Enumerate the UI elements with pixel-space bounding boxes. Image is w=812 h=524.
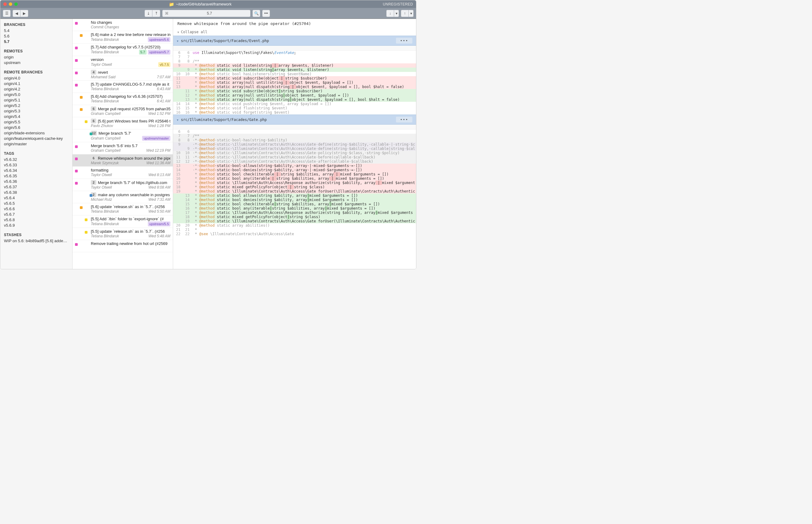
diff-line[interactable]: 17 * @method static \Illuminate\Auth\Acc… [173, 181, 416, 185]
diff-line[interactable]: 13 * @method static bool allows(string $… [173, 194, 416, 198]
sidebar-item[interactable]: v5.6.35 [0, 173, 72, 179]
sidebar-item[interactable]: v5.6.7 [0, 211, 72, 217]
diff-line[interactable]: 14·*·@method·static·bool·denies(string·$… [173, 168, 416, 172]
sidebar-item[interactable]: v5.6.37 [0, 184, 72, 190]
diff-line[interactable]: 88/** [173, 59, 416, 63]
diff-pane[interactable]: Remove whitespace from around the pipe o… [173, 19, 416, 269]
commit-row[interactable]: [5.6] Add changelog for v5.6.36 (#25707)… [73, 93, 173, 105]
diff-line[interactable]: 15 * @method static bool check(iterable … [173, 172, 416, 176]
diff-line[interactable]: 1414 * @method static void push(string $… [173, 102, 416, 106]
commit-list[interactable]: No changes Commit Changes [5.6] make a 2… [73, 19, 173, 269]
diff-line[interactable]: 77 [173, 55, 416, 59]
sidebar-item[interactable]: origin/5.0 [0, 92, 72, 97]
diff-line[interactable]: 9 * @method static void listen(string|ar… [173, 68, 416, 72]
commit-row[interactable]: version Taylor Otwellv5.7.5 [73, 56, 173, 68]
diff-line[interactable]: 9·*·@method·static·\Illuminate\Contracts… [173, 147, 416, 151]
sidebar-item[interactable]: v5.6.34 [0, 167, 72, 173]
sidebar-item[interactable]: origin/4.0 [0, 75, 72, 81]
ref-tag[interactable]: upstream/5.7 [148, 50, 170, 54]
diff-line[interactable]: 19 * @method static \Illuminate\Contract… [173, 219, 416, 223]
diff-line[interactable]: 12 * @method static array|null until(str… [173, 93, 416, 98]
search-button[interactable]: 🔍 [252, 10, 260, 17]
sidebar-item[interactable]: origin [0, 54, 72, 60]
collapse-all-button[interactable]: Collapse all [173, 28, 416, 36]
diff-line[interactable]: 2020 * @method static array abilities() [173, 223, 416, 228]
forward-button[interactable]: ▶ [20, 10, 28, 17]
sidebar-item[interactable]: origin/5.3 [0, 108, 72, 114]
minimize-window-button[interactable] [9, 2, 12, 6]
diff-file-menu-button[interactable]: ••• [396, 38, 412, 44]
diff-line[interactable]: 12 * @method static array|null until(str… [173, 80, 416, 85]
diff-line[interactable]: 9·*·@method·static·\Illuminate\Contracts… [173, 142, 416, 147]
sidebar-item[interactable]: origin/5.2 [0, 103, 72, 108]
sidebar-item[interactable]: v5.6.8 [0, 217, 72, 223]
diff-line[interactable]: 66use Illuminate\Support\Testing\Fakes\E… [173, 51, 416, 55]
more-menu-button[interactable]: ••• [262, 10, 270, 17]
diff-line[interactable]: 66 [173, 130, 416, 134]
diff-line[interactable]: 16 * @method static bool any(iterable|st… [173, 206, 416, 211]
sidebar[interactable]: BRANCHES5.45.65.7REMOTESoriginupstreamRE… [0, 19, 73, 269]
sidebar-item[interactable]: v5.6.36 [0, 179, 72, 184]
ref-tag[interactable]: v5.7.5 [158, 62, 170, 67]
sidebar-item[interactable]: v5.6.4 [0, 195, 72, 200]
diff-line[interactable]: 1010 * @method static bool hasListeners(… [173, 72, 416, 76]
diff-line[interactable]: 1111·*·@method·static·\Illuminate\Contra… [173, 155, 416, 159]
sidebar-item[interactable]: origin/feature/eloquent-cache-key [0, 135, 72, 141]
diff-line[interactable]: 14 * @method static bool denies(string $… [173, 198, 416, 202]
commit-row[interactable]: 6 Merge pull request #25705 from pahan35… [73, 105, 173, 117]
commit-row[interactable]: [5.6] make a 2 new line before new relea… [73, 31, 173, 44]
sidebar-item[interactable]: origin/5.4 [0, 114, 72, 119]
sidebar-item[interactable]: v5.6.38 [0, 190, 72, 195]
sidebar-toggle-button[interactable]: ☰ [3, 10, 11, 17]
sidebar-item[interactable]: origin/blade-extensions [0, 130, 72, 135]
commit-row[interactable]: [5.7] Add changelog for v5.7.5 (#25720) … [73, 44, 173, 56]
commit-row[interactable]: [5.5] Add `/bin` folder to `export-ignor… [73, 215, 173, 228]
arrow-up-button[interactable]: ↑ [401, 10, 409, 17]
sidebar-item[interactable]: origin/4.2 [0, 86, 72, 92]
diff-file-menu-button[interactable]: ••• [396, 117, 412, 122]
commit-row[interactable]: Merge branch '5.6' into 5.7 Graham Campb… [73, 142, 173, 154]
commit-row[interactable]: formatting Taylor OtwellWed 8:13 AM [73, 167, 173, 179]
commit-row[interactable]: 12 Merge branch '5.7' Graham Campbellups… [73, 130, 173, 142]
commit-row[interactable]: [5.6] update `release.sh` as in `5.7`. (… [73, 203, 173, 215]
sidebar-item[interactable]: origin/5.6 [0, 125, 72, 130]
ref-tag[interactable]: upstream/master [142, 136, 170, 141]
diff-line[interactable]: 11 * @method static void subscribe(objec… [173, 89, 416, 93]
diff-line[interactable]: 2121 * [173, 228, 416, 232]
sidebar-item[interactable]: origin/5.1 [0, 97, 72, 103]
ref-tag[interactable]: upstream/5.5 [148, 222, 170, 226]
diff-line[interactable]: 15 * @method static bool check(iterable|… [173, 202, 416, 206]
pull-button[interactable]: ⤓ [144, 10, 153, 17]
sidebar-item[interactable]: v5.6.32 [0, 157, 72, 162]
ref-tag[interactable]: 5.7 [139, 50, 147, 54]
diff-line[interactable]: 2222 * @see \Illuminate\Contracts\Auth\A… [173, 232, 416, 236]
commit-row[interactable]: 2 Merge branch '5.7' of https://github.c… [73, 179, 173, 191]
sidebar-item[interactable]: origin/master [0, 141, 72, 147]
diff-file-header[interactable]: src/Illuminate/Support/Facades/Event.php… [173, 36, 416, 46]
diff-line[interactable]: 77/** [173, 134, 416, 138]
diff-line[interactable]: 1010·*·@method·static·\Illuminate\Contra… [173, 151, 416, 155]
arrow-down-button[interactable]: ↓ [386, 10, 394, 17]
diff-line[interactable]: 13 * @method static array|null dispatch(… [173, 98, 416, 102]
commit-row[interactable]: [5.5] update `release.sh` as in `5.7`. (… [73, 228, 173, 240]
sidebar-item[interactable]: WIP on 5.6: b4b89adf5 [5.6] added m [0, 238, 72, 243]
commit-row[interactable]: [5.7] update CHANGELOG-5.7.md style as i… [73, 81, 173, 93]
diff-line[interactable]: 13 * @method static array|null dispatch(… [173, 85, 416, 89]
diff-line[interactable]: 1616 * @method static void forget(string… [173, 110, 416, 115]
diff-line[interactable]: 1212·*·@method·static·\Illuminate\Contra… [173, 159, 416, 164]
diff-line[interactable]: 88·*·@method·static·bool·has(string·$abi… [173, 138, 416, 142]
branch-selector[interactable]: ⌘ 5.7 [162, 10, 251, 17]
sidebar-item[interactable]: 5.4 [0, 28, 72, 33]
diff-line[interactable]: 11 * @method static void subscribe(objec… [173, 76, 416, 80]
commit-row[interactable]: 6 [5.6] port Windows test fixes PR #2564… [73, 117, 173, 130]
close-window-button[interactable] [3, 2, 7, 6]
sidebar-item[interactable]: origin/5.5 [0, 119, 72, 125]
arrow-down-menu[interactable]: ▾ [394, 10, 399, 17]
sidebar-item[interactable]: upstream [0, 60, 72, 65]
diff-line[interactable]: 18 * @method static mixed getPolicyFor(o… [173, 185, 416, 189]
arrow-up-menu[interactable]: ▾ [409, 10, 414, 17]
sidebar-item[interactable]: 5.7 [0, 39, 72, 44]
sidebar-item[interactable]: v5.6.6 [0, 206, 72, 211]
commit-row[interactable]: No changes Commit Changes [73, 19, 173, 31]
push-button[interactable]: ⤒ [153, 10, 160, 17]
